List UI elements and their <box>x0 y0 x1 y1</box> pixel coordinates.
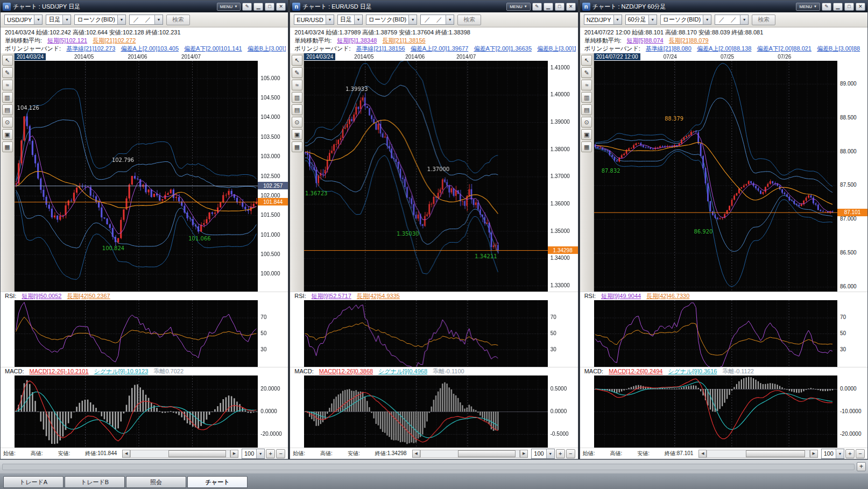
search-button[interactable]: 検索 <box>752 15 775 25</box>
bb-dev-a-up-link[interactable]: 偏差A上[2.00]88.138 <box>697 45 752 52</box>
maximize-button[interactable]: □ <box>555 3 564 11</box>
search-button[interactable]: 検索 <box>166 15 190 25</box>
search-button[interactable]: 検索 <box>457 15 481 25</box>
macd-value-link[interactable]: MACD[12-26]-10.2101 <box>30 368 89 374</box>
edit-pencil-button[interactable]: ✎ <box>822 3 831 11</box>
pencil-tool-button[interactable]: ✎ <box>581 67 592 78</box>
scrollbar-track[interactable] <box>707 450 809 458</box>
rsi-long-link[interactable]: 長期[42]50.2367 <box>67 293 110 299</box>
sma-short-link[interactable]: 短期[5]102.121 <box>47 37 87 44</box>
scroll-left-button[interactable]: ◀ <box>122 450 130 458</box>
main-chart-canvas[interactable] <box>594 61 837 292</box>
scrollbar-thumb[interactable] <box>168 450 226 457</box>
zoom-out-button[interactable]: − <box>856 449 865 458</box>
macd-value-link[interactable]: MACD[12-26]0.3868 <box>319 368 373 374</box>
rsi-chart-canvas[interactable] <box>304 300 547 367</box>
bb-basis-link[interactable]: 基準線[21]88.080 <box>646 45 691 52</box>
zoom-out-button[interactable]: − <box>276 449 285 458</box>
pair-select[interactable]: USD/JPY▼ <box>4 15 43 25</box>
scroll-left-button[interactable]: ◀ <box>412 450 420 458</box>
macd-signal-link[interactable]: シグナル[9]0.4968 <box>378 368 427 374</box>
scrollbar-track[interactable] <box>420 450 520 458</box>
maximize-button[interactable]: □ <box>265 3 274 11</box>
scroll-right-button[interactable]: ▶ <box>520 450 528 458</box>
bar-count-select[interactable]: 100▼ <box>531 449 554 459</box>
minimize-button[interactable]: ▁ <box>544 3 553 11</box>
sma-long-link[interactable]: 長期[21]102.272 <box>93 37 136 44</box>
close-button[interactable]: ✕ <box>276 3 286 11</box>
line-chart-tool-button[interactable]: ≈ <box>292 80 302 90</box>
bb-dev-b-up-link[interactable]: 偏差B上[3.00]103 <box>248 45 286 52</box>
pair-select[interactable]: NZD/JPY▼ <box>584 15 622 25</box>
main-chart-canvas[interactable] <box>304 61 547 292</box>
zoom-in-button[interactable]: + <box>266 449 275 458</box>
bar-count-select[interactable]: 100▼ <box>242 449 265 459</box>
date-input[interactable]: ／ ／▼ <box>420 15 454 25</box>
pencil-tool-button[interactable]: ✎ <box>292 67 302 78</box>
line-chart-tool-button[interactable]: ≈ <box>581 80 592 90</box>
scroll-left-button[interactable]: ◀ <box>698 450 707 458</box>
pencil-tool-button[interactable]: ✎ <box>2 67 13 78</box>
pointer-tool-button[interactable]: ↖ <box>581 55 592 66</box>
bar-count-select[interactable]: 100▼ <box>821 449 844 459</box>
sma-short-link[interactable]: 短期[5]88.074 <box>627 37 664 44</box>
chart-style-select[interactable]: ローソク(BID)▼ <box>366 15 417 25</box>
rsi-short-link[interactable]: 短期[9]50.0052 <box>22 293 61 299</box>
scrollbar-thumb[interactable] <box>746 450 805 457</box>
window-titlebar[interactable]: n チャート : USD/JPY 日足 MENU▼ ✎ ▁ □ ✕ <box>1 1 288 12</box>
chart-style-select[interactable]: ローソク(BID)▼ <box>74 15 125 25</box>
candle-chart-tool-button[interactable]: ▥ <box>292 92 302 103</box>
rsi-long-link[interactable]: 長期[42]54.9335 <box>357 293 400 299</box>
macd-chart-canvas[interactable] <box>304 375 547 448</box>
tab-chart[interactable]: チャート <box>187 476 248 488</box>
app-horizontal-scrollbar[interactable] <box>2 464 855 470</box>
bb-basis-link[interactable]: 基準線[21]102.273 <box>66 45 115 52</box>
scrollbar-track[interactable] <box>130 450 230 458</box>
indicator-settings-tool-button[interactable]: ▤ <box>292 104 302 115</box>
layout-grid-tool-button[interactable]: ▦ <box>292 141 302 152</box>
indicator-settings-tool-button[interactable]: ▤ <box>581 104 592 115</box>
maximize-button[interactable]: □ <box>844 3 854 11</box>
rsi-chart-canvas[interactable] <box>15 300 258 367</box>
sma-long-link[interactable]: 長期[21]1.38156 <box>383 37 426 44</box>
candle-chart-tool-button[interactable]: ▥ <box>581 92 592 103</box>
macd-chart-canvas[interactable] <box>15 375 258 448</box>
rsi-short-link[interactable]: 短期[9]49.9044 <box>601 293 641 299</box>
window-titlebar[interactable]: n チャート : EUR/USD 日足 MENU▼ ✎ ▁ □ ✕ <box>290 1 577 12</box>
zoom-in-button[interactable]: + <box>845 449 855 458</box>
bb-dev-b-up-link[interactable]: 偏差B上[3.00]1.4 <box>537 45 576 52</box>
zoom-in-button[interactable]: + <box>556 449 565 458</box>
indicator-settings-tool-button[interactable]: ▤ <box>2 104 13 115</box>
eye-tool-button[interactable]: ⊙ <box>292 117 302 127</box>
eye-tool-button[interactable]: ⊙ <box>2 117 13 127</box>
minimize-button[interactable]: ▁ <box>253 3 263 11</box>
bb-dev-a-down-link[interactable]: 偏差A下[2.00]88.021 <box>757 45 811 52</box>
bb-dev-b-up-link[interactable]: 偏差B上[3.00]88 <box>817 45 860 52</box>
menu-button[interactable]: MENU▼ <box>796 3 820 11</box>
bb-dev-a-down-link[interactable]: 偏差A下[2.00]1.36635 <box>474 45 532 52</box>
tab-trade-b[interactable]: トレードB <box>65 476 125 488</box>
pointer-tool-button[interactable]: ↖ <box>292 55 302 66</box>
bb-dev-a-down-link[interactable]: 偏差A下[2.00]101.141 <box>184 45 242 52</box>
period-select[interactable]: 60分足▼ <box>625 15 657 25</box>
menu-button[interactable]: MENU▼ <box>217 3 241 11</box>
bb-dev-a-up-link[interactable]: 偏差A上[2.00]1.39677 <box>411 45 469 52</box>
period-select[interactable]: 日足▼ <box>46 15 71 25</box>
zoom-out-button[interactable]: − <box>566 449 575 458</box>
close-button[interactable]: ✕ <box>566 3 576 11</box>
printer-tool-button[interactable]: ▣ <box>2 129 13 140</box>
date-input[interactable]: ／ ／▼ <box>129 15 163 25</box>
printer-tool-button[interactable]: ▣ <box>581 129 592 140</box>
eye-tool-button[interactable]: ⊙ <box>581 117 592 127</box>
close-button[interactable]: ✕ <box>856 3 865 11</box>
pointer-tool-button[interactable]: ↖ <box>2 55 13 66</box>
macd-chart-canvas[interactable] <box>594 375 837 448</box>
scroll-right-button[interactable]: ▶ <box>230 450 238 458</box>
rsi-long-link[interactable]: 長期[42]46.7330 <box>646 293 689 299</box>
macd-signal-link[interactable]: シグナル[9]0.3616 <box>668 368 717 374</box>
tab-inquiry[interactable]: 照会 <box>126 476 186 488</box>
rsi-chart-canvas[interactable] <box>594 300 837 367</box>
sma-short-link[interactable]: 短期[5]1.38348 <box>337 37 377 44</box>
minimize-button[interactable]: ▁ <box>833 3 843 11</box>
sma-long-link[interactable]: 長期[21]88.079 <box>669 37 709 44</box>
